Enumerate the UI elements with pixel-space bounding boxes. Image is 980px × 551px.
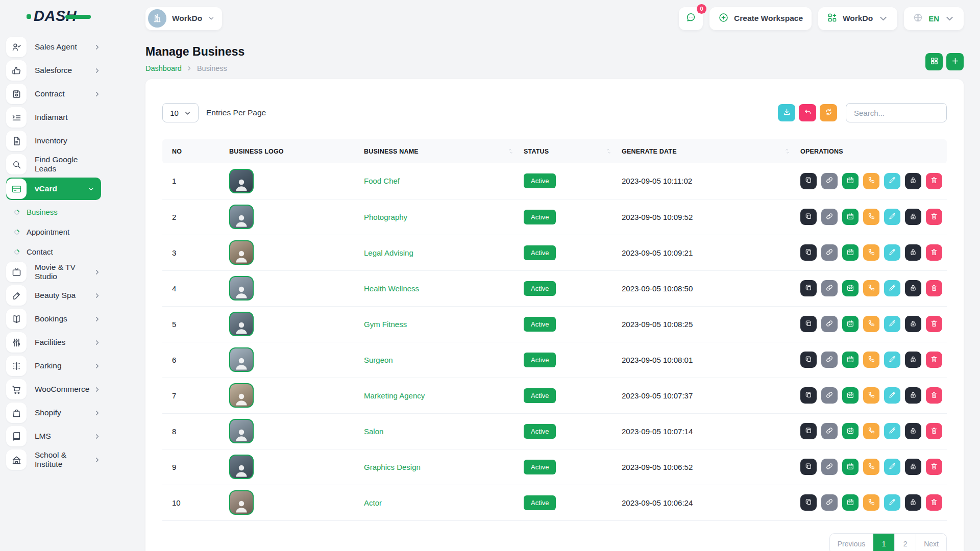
edit-button[interactable] (884, 494, 900, 511)
grid-view-button[interactable] (925, 53, 943, 70)
calendar-button[interactable] (842, 209, 859, 225)
messages-button[interactable]: 0 (679, 7, 703, 30)
copy-button[interactable] (800, 423, 817, 439)
column-header-status[interactable]: STATUS (523, 139, 621, 163)
breadcrumb-dashboard-link[interactable]: Dashboard (145, 64, 182, 72)
link-button[interactable] (821, 280, 838, 296)
lock-button[interactable] (905, 459, 921, 475)
link-button[interactable] (821, 387, 838, 404)
page-1[interactable]: 1 (873, 534, 894, 551)
link-button[interactable] (821, 209, 838, 225)
copy-button[interactable] (800, 173, 817, 189)
copy-button[interactable] (800, 244, 817, 261)
trash-button[interactable] (926, 423, 942, 439)
sidebar-item-lms[interactable]: LMS (6, 426, 101, 446)
link-button[interactable] (821, 316, 838, 332)
lock-button[interactable] (905, 423, 921, 439)
lock-button[interactable] (905, 280, 921, 296)
search-input[interactable] (846, 103, 947, 122)
business-name-link[interactable]: Graphics Design (364, 463, 421, 471)
copy-button[interactable] (800, 316, 817, 332)
create-workspace-button[interactable]: Create Workspace (709, 7, 812, 30)
business-name-link[interactable]: Salon (364, 427, 383, 436)
business-name-link[interactable]: Marketing Agency (364, 391, 425, 400)
calendar-button[interactable] (842, 494, 859, 511)
link-button[interactable] (821, 494, 838, 511)
trash-button[interactable] (926, 387, 942, 404)
trash-button[interactable] (926, 459, 942, 475)
trash-button[interactable] (926, 209, 942, 225)
trash-button[interactable] (926, 494, 942, 511)
sidebar-item-sales-agent[interactable]: Sales Agent (6, 37, 101, 57)
lock-button[interactable] (905, 316, 921, 332)
phone-button[interactable] (863, 494, 879, 511)
calendar-button[interactable] (842, 423, 859, 439)
workdo-menu-button[interactable]: WorkDo (818, 7, 897, 30)
sidebar-item-vcard[interactable]: vCard (6, 178, 101, 200)
lock-button[interactable] (905, 209, 921, 225)
copy-button[interactable] (800, 494, 817, 511)
page-next[interactable]: Next (916, 534, 946, 551)
calendar-button[interactable] (842, 459, 859, 475)
link-button[interactable] (821, 352, 838, 368)
edit-button[interactable] (884, 459, 900, 475)
download-button[interactable] (778, 104, 795, 121)
business-name-link[interactable]: Actor (364, 498, 382, 507)
phone-button[interactable] (863, 244, 879, 261)
column-header-generate-date[interactable]: GENERATE DATE (621, 139, 800, 163)
column-header-business-name[interactable]: BUSINESS NAME (363, 139, 523, 163)
link-button[interactable] (821, 173, 838, 189)
lock-button[interactable] (905, 387, 921, 404)
sidebar-item-contract[interactable]: Contract (6, 84, 101, 104)
add-business-button[interactable] (946, 53, 964, 70)
copy-button[interactable] (800, 459, 817, 475)
edit-button[interactable] (884, 423, 900, 439)
sidebar-item-parking[interactable]: Parking (6, 356, 101, 376)
sidebar-item-movie-tv-studio[interactable]: Movie & TV Studio (6, 262, 101, 282)
sidebar-item-school-institute[interactable]: School & Institute (6, 449, 101, 470)
sidebar-item-salesforce[interactable]: Salesforce (6, 60, 101, 81)
page-2[interactable]: 2 (894, 534, 916, 551)
phone-button[interactable] (863, 209, 879, 225)
trash-button[interactable] (926, 173, 942, 189)
phone-button[interactable] (863, 459, 879, 475)
copy-button[interactable] (800, 387, 817, 404)
phone-button[interactable] (863, 280, 879, 296)
sidebar-item-indiamart[interactable]: Indiamart (6, 107, 101, 128)
phone-button[interactable] (863, 352, 879, 368)
trash-button[interactable] (926, 280, 942, 296)
brand-logo[interactable]: DASH (0, 0, 108, 32)
sidebar-item-find-google-leads[interactable]: Find Google Leads (6, 154, 101, 174)
edit-button[interactable] (884, 280, 900, 296)
business-name-link[interactable]: Food Chef (364, 177, 400, 185)
edit-button[interactable] (884, 316, 900, 332)
business-name-link[interactable]: Legal Advising (364, 248, 413, 257)
refresh-button[interactable] (820, 104, 837, 121)
edit-button[interactable] (884, 173, 900, 189)
phone-button[interactable] (863, 423, 879, 439)
calendar-button[interactable] (842, 316, 859, 332)
undo-button[interactable] (799, 104, 816, 121)
trash-button[interactable] (926, 244, 942, 261)
trash-button[interactable] (926, 352, 942, 368)
phone-button[interactable] (863, 387, 879, 404)
sidebar-item-facilities[interactable]: Facilities (6, 332, 101, 353)
copy-button[interactable] (800, 352, 817, 368)
lock-button[interactable] (905, 494, 921, 511)
sidebar-item-inventory[interactable]: Inventory (6, 131, 101, 151)
link-button[interactable] (821, 459, 838, 475)
copy-button[interactable] (800, 280, 817, 296)
lock-button[interactable] (905, 352, 921, 368)
lock-button[interactable] (905, 244, 921, 261)
calendar-button[interactable] (842, 173, 859, 189)
sidebar-item-bookings[interactable]: Bookings (6, 309, 101, 329)
page-previous[interactable]: Previous (830, 534, 873, 551)
sidebar-item-woocommerce[interactable]: WooCommerce (6, 379, 101, 399)
copy-button[interactable] (800, 209, 817, 225)
business-name-link[interactable]: Surgeon (364, 356, 393, 364)
entries-per-page-select[interactable]: 10 (162, 103, 199, 122)
lock-button[interactable] (905, 173, 921, 189)
edit-button[interactable] (884, 387, 900, 404)
sidebar-subitem-appointment[interactable]: Appointment (0, 222, 108, 242)
trash-button[interactable] (926, 316, 942, 332)
